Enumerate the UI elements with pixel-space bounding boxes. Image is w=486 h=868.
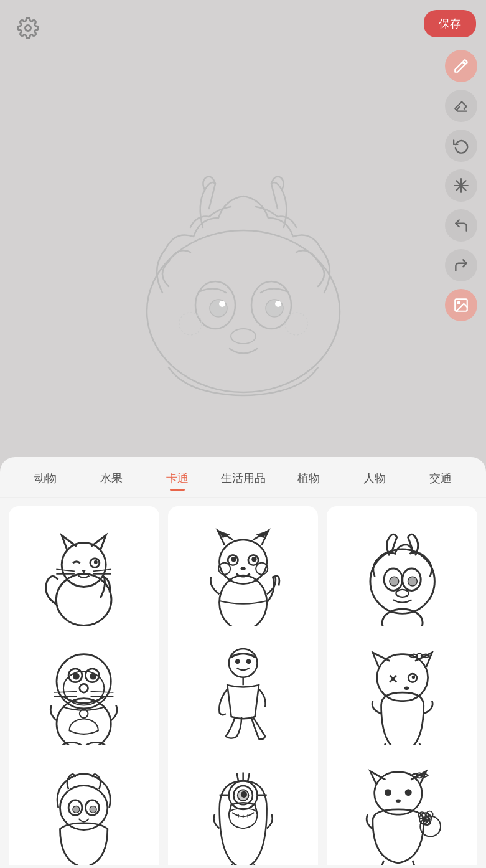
- settings-button[interactable]: [12, 12, 44, 44]
- svg-point-13: [275, 301, 281, 307]
- svg-point-38: [408, 577, 417, 586]
- svg-point-60: [246, 659, 251, 664]
- brush-tool-button[interactable]: [445, 50, 477, 82]
- svg-point-30: [251, 557, 256, 562]
- redo-button[interactable]: [445, 249, 477, 281]
- svg-point-12: [219, 301, 225, 307]
- svg-point-81: [241, 791, 247, 798]
- category-tabs: 动物 水果 卡通 生活用品 植物 人物 交通: [0, 457, 486, 498]
- svg-line-23: [93, 570, 112, 572]
- doraemon-sticker-image: [29, 646, 139, 756]
- tab-daily[interactable]: 生活用品: [210, 468, 276, 491]
- sheep-girl-sticker-card[interactable]: [9, 745, 159, 865]
- hello-kitty2-sticker-card[interactable]: [327, 745, 477, 865]
- svg-point-29: [231, 557, 236, 562]
- svg-line-21: [57, 570, 75, 572]
- image-tool-button[interactable]: [445, 289, 477, 321]
- sticker-grid: [0, 498, 486, 865]
- svg-point-50: [80, 684, 88, 693]
- svg-point-67: [404, 687, 409, 690]
- svg-point-49: [90, 673, 96, 680]
- svg-line-87: [248, 773, 250, 781]
- tab-people[interactable]: 人物: [342, 468, 408, 491]
- bottom-panel: 动物 水果 卡通 生活用品 植物 人物 交通: [0, 457, 486, 868]
- svg-line-85: [236, 773, 238, 781]
- svg-point-15: [179, 313, 202, 335]
- undo-button[interactable]: [445, 209, 477, 242]
- sheep-girl-sticker-image: [29, 765, 139, 865]
- tab-plants[interactable]: 植物: [276, 468, 342, 491]
- svg-point-89: [385, 789, 391, 796]
- sheep-monster-sticker-image: [347, 526, 457, 636]
- tab-cartoon[interactable]: 卡通: [144, 468, 210, 491]
- svg-point-37: [389, 577, 398, 586]
- svg-point-14: [231, 329, 256, 344]
- svg-point-20: [94, 560, 98, 564]
- right-toolbar: [445, 50, 477, 321]
- svg-point-48: [73, 673, 80, 680]
- hello-kitty-sticker-image: [347, 646, 457, 756]
- svg-point-90: [404, 789, 411, 796]
- tab-fruits[interactable]: 水果: [78, 468, 144, 491]
- svg-point-59: [235, 659, 240, 664]
- svg-point-39: [396, 590, 409, 597]
- save-button[interactable]: 保存: [424, 10, 476, 37]
- minion-sticker-card[interactable]: [168, 745, 319, 865]
- svg-line-53: [91, 692, 114, 692]
- minion-sticker-image: [188, 765, 298, 865]
- svg-point-43: [57, 699, 111, 750]
- svg-point-0: [26, 26, 31, 31]
- hello-kitty2-sticker-image: [347, 765, 457, 865]
- svg-point-91: [395, 800, 400, 803]
- svg-point-72: [73, 806, 80, 813]
- drawing-canvas[interactable]: 保存: [0, 0, 486, 467]
- svg-point-17: [57, 574, 112, 626]
- svg-point-6: [458, 302, 460, 304]
- svg-rect-62: [376, 654, 428, 701]
- svg-line-51: [54, 692, 77, 692]
- undo-step-button[interactable]: [445, 130, 477, 162]
- cat-sticker-image: [29, 526, 139, 636]
- eraser-tool-button[interactable]: [445, 90, 477, 122]
- svg-point-7: [147, 230, 340, 392]
- svg-point-73: [90, 806, 96, 813]
- boy-running-sticker-image: [188, 646, 298, 756]
- tab-transport[interactable]: 交通: [408, 468, 474, 491]
- svg-point-33: [240, 567, 245, 570]
- tab-animals[interactable]: 动物: [12, 468, 78, 491]
- grid-tool-button[interactable]: [445, 169, 477, 202]
- svg-point-66: [411, 676, 414, 679]
- canvas-sketch: [88, 93, 399, 467]
- pikachu-sticker-image: [188, 526, 298, 636]
